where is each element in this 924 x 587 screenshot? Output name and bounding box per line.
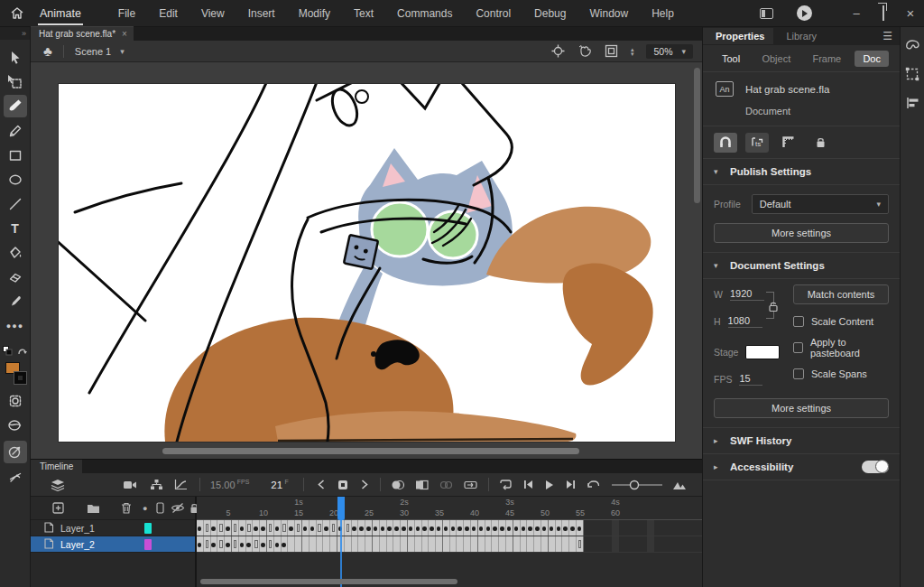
frame-cell[interactable] [478, 536, 485, 552]
selection-tool[interactable] [4, 46, 27, 69]
frame-cell[interactable] [317, 536, 324, 552]
frame-cell[interactable] [217, 536, 225, 552]
document-tab[interactable]: Hat grab scene.fla* × [31, 26, 134, 41]
match-contents-button[interactable]: Match contents [793, 284, 889, 304]
canvas-vscrollbar[interactable] [694, 64, 700, 444]
frame-cell[interactable] [527, 520, 534, 536]
frame-cell[interactable] [358, 536, 365, 552]
frame-cell[interactable] [288, 520, 295, 536]
menu-modify[interactable]: Modify [287, 7, 342, 20]
menu-edit[interactable]: Edit [147, 7, 189, 20]
layer-color-swatch[interactable] [144, 523, 152, 534]
frame-cell[interactable] [499, 536, 506, 552]
frame-cell[interactable] [521, 536, 528, 552]
frame-cell[interactable] [380, 520, 387, 536]
frame-cell-empty[interactable] [619, 536, 626, 552]
frame-cell[interactable] [556, 536, 563, 552]
text-tool[interactable]: T [4, 217, 27, 239]
frame-row-layer_2[interactable] [197, 536, 702, 553]
step-back-icon[interactable] [523, 480, 533, 489]
publish-settings-chevron-icon[interactable]: ▾ [714, 167, 721, 176]
accessibility-header[interactable]: Accessibility [730, 461, 793, 472]
current-frame-marker-icon[interactable] [337, 480, 348, 490]
document-settings-header[interactable]: Document Settings [730, 260, 825, 271]
fluid-brush-icon[interactable] [4, 414, 27, 436]
rotate-canvas-icon[interactable] [578, 44, 592, 58]
highlight-column-icon[interactable] [156, 502, 164, 514]
frame-cell[interactable] [485, 520, 493, 536]
frame-cell[interactable] [217, 520, 225, 536]
subtab-frame[interactable]: Frame [804, 51, 849, 67]
frame-cell[interactable] [274, 536, 282, 552]
previous-frame-icon[interactable] [318, 480, 325, 489]
more-tools-button[interactable]: ●●● [4, 314, 27, 337]
paint-bucket-tool[interactable] [4, 241, 27, 264]
subtab-doc[interactable]: Doc [855, 51, 889, 67]
frame-cell[interactable] [436, 520, 443, 536]
frame-cell[interactable] [373, 520, 380, 536]
default-colors-icon[interactable] [3, 343, 13, 359]
frame-cell[interactable] [225, 520, 232, 536]
canvas-hscrollbar[interactable] [31, 448, 693, 454]
frame-cell[interactable] [562, 520, 569, 536]
scale-spans-checkbox[interactable] [793, 368, 804, 379]
object-drawing-icon[interactable] [4, 389, 27, 412]
canvas-vscrollbar-handle[interactable] [694, 68, 700, 203]
tab-properties[interactable]: Properties [703, 28, 773, 44]
oval-tool[interactable] [4, 168, 27, 191]
frame-cell[interactable] [408, 520, 415, 536]
zoom-level-dropdown[interactable]: 50% ▾ [646, 44, 693, 59]
zoom-step-down-icon[interactable]: ▾ [631, 51, 634, 56]
snap-align-icon[interactable]: ts [745, 133, 769, 153]
layer-row-layer_2[interactable]: Layer_2 [31, 536, 195, 553]
frame-cell[interactable] [387, 536, 394, 552]
frame-cell[interactable] [323, 536, 330, 552]
timeline-tab[interactable]: Timeline [31, 460, 82, 473]
frame-cell[interactable] [352, 536, 359, 552]
onion-skin-outlines-icon[interactable] [415, 480, 429, 490]
frame-cell[interactable] [569, 520, 577, 536]
stage[interactable] [59, 84, 675, 442]
frame-cell[interactable] [408, 536, 415, 552]
subtab-object[interactable]: Object [753, 51, 799, 67]
frame-cell[interactable] [246, 520, 254, 536]
timeline-hscrollbar-handle[interactable] [200, 579, 457, 584]
tools-panel-collapse-icon[interactable]: » [0, 27, 30, 40]
playhead[interactable] [337, 497, 345, 520]
snap-to-objects-icon[interactable] [714, 133, 737, 153]
frame-cell-empty[interactable] [661, 520, 669, 536]
frame-cell[interactable] [302, 536, 310, 552]
frame-cell[interactable] [549, 536, 556, 552]
frame-cell-empty[interactable] [612, 536, 619, 552]
frame-cell-empty[interactable] [597, 536, 605, 552]
publish-more-settings-button[interactable]: More settings [714, 223, 889, 243]
frame-cell[interactable] [288, 536, 295, 552]
frame-cell[interactable] [282, 536, 289, 552]
frame-cell[interactable] [471, 520, 478, 536]
frame-cell[interactable] [274, 520, 282, 536]
width-input[interactable]: 1920 [730, 288, 764, 301]
frame-cell-empty[interactable] [640, 536, 647, 552]
play-icon[interactable] [545, 480, 554, 490]
frame-cell[interactable] [330, 536, 337, 552]
test-movie-icon[interactable] [797, 5, 812, 21]
menu-commands[interactable]: Commands [385, 7, 464, 20]
frame-cell[interactable] [513, 520, 521, 536]
frame-cell-empty[interactable] [584, 520, 591, 536]
graph-editor-icon[interactable] [174, 479, 188, 490]
scale-content-checkbox[interactable] [793, 316, 804, 327]
pressure-off-icon[interactable] [4, 465, 27, 488]
frame-cell[interactable] [534, 520, 541, 536]
panel-menu-icon[interactable]: ☰ [882, 30, 892, 42]
frame-cell-empty[interactable] [647, 520, 654, 536]
timeline-zoom-slider[interactable] [611, 480, 663, 490]
delete-layer-icon[interactable] [121, 502, 132, 514]
frame-cell[interactable] [239, 536, 246, 552]
frame-cell[interactable] [549, 520, 556, 536]
new-folder-icon[interactable] [87, 503, 100, 514]
frame-cell[interactable] [464, 520, 471, 536]
camera-icon[interactable] [123, 480, 137, 490]
scene-name[interactable]: Scene 1 [75, 46, 111, 57]
frame-cell[interactable] [267, 520, 274, 536]
frame-cell[interactable] [527, 536, 534, 552]
